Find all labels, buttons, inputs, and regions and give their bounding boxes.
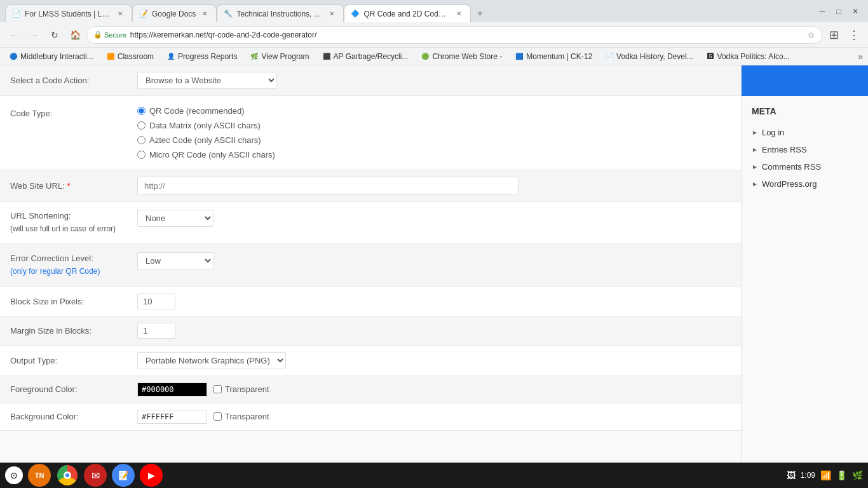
url-shortening-subtitle: (will use full url in case of error) [10, 223, 127, 235]
website-url-input[interactable] [137, 177, 519, 195]
bookmark-apgarbage[interactable]: ⬛ AP Garbage/Recycli... [318, 51, 412, 62]
arrow-entries-icon: ► [752, 146, 758, 153]
bookmark-middlebury[interactable]: 🔵 Middlebury Interacti... [5, 51, 97, 62]
bookmark-icon-viewprogram: 🌿 [250, 52, 259, 61]
background-transparent-label[interactable]: Transparent [214, 412, 269, 421]
taskbar-app-docs[interactable]: 📝 [112, 464, 135, 487]
radio-az-label: Aztec Code (only ASCII chars) [149, 135, 261, 145]
tab-close-qr[interactable]: ✕ [454, 9, 464, 19]
profile-icon[interactable]: 🌿 [852, 470, 863, 480]
radio-az-input[interactable] [137, 136, 146, 144]
radio-qr-input[interactable] [137, 107, 146, 115]
taskbar-app-chrome[interactable] [56, 464, 79, 487]
new-tab-button[interactable]: + [471, 4, 489, 22]
photo-icon[interactable]: 🖼 [787, 470, 796, 480]
tab-qrcode[interactable]: 🔷 QR Code and 2D Code G... ✕ [344, 4, 471, 22]
taskbar-home-button[interactable]: ⊙ [5, 466, 23, 484]
refresh-button[interactable]: ↻ [46, 26, 64, 44]
bookmark-icon-middlebury: 🔵 [9, 52, 18, 61]
bookmark-vodkahistory[interactable]: 📄 Vodka History, Devel... [601, 51, 697, 62]
code-type-control: QR Code (recommended) Data Matrix (only … [137, 106, 731, 159]
bookmark-chromewebstore[interactable]: 🟢 Chrome Web Store - [417, 51, 506, 62]
bookmark-label-middlebury: Middlebury Interacti... [20, 52, 93, 61]
website-url-control [137, 177, 731, 195]
taskbar-apps: TN ✉ 📝 ▶ [28, 464, 782, 487]
select-code-action-dropdown[interactable]: Browse to a Website [137, 72, 277, 89]
bookmark-vodkapolitics[interactable]: 🅶 Vodka Politics: Alco... [702, 51, 794, 62]
tab-close-tech[interactable]: ✕ [327, 9, 337, 19]
margin-size-label: Margin Size in Blocks: [10, 326, 137, 336]
address-bar[interactable]: 🔒 Secure https://keremerkan.net/qr-code-… [86, 26, 822, 44]
margin-size-control [137, 323, 731, 339]
taskbar-app-youtube[interactable]: ▶ [140, 464, 163, 487]
foreground-color-label: Foreground Color: [10, 384, 137, 394]
foreground-transparent-label[interactable]: Transparent [214, 384, 269, 394]
foreground-transparent-checkbox[interactable] [214, 385, 222, 393]
meta-title: META [752, 106, 858, 116]
output-type-control: Portable Network Graphics (PNG) [137, 352, 731, 369]
address-url[interactable]: https://keremerkan.net/qr-code-and-2d-co… [130, 30, 803, 39]
bookmark-momentum[interactable]: 🟦 Momentum | CK-12 [511, 51, 596, 62]
sidebar: META ► Log in ► Entries RSS ► Comments R… [741, 65, 868, 463]
sidebar-item-login[interactable]: ► Log in [752, 124, 858, 141]
radio-aztec-code[interactable]: Aztec Code (only ASCII chars) [137, 135, 731, 145]
radio-data-matrix[interactable]: Data Matrix (only ASCII chars) [137, 121, 731, 130]
background-transparent-checkbox[interactable] [214, 412, 222, 421]
radio-mq-input[interactable] [137, 151, 146, 159]
website-url-label: Web Site URL: * [10, 181, 137, 191]
output-type-dropdown[interactable]: Portable Network Graphics (PNG) [137, 352, 286, 369]
sidebar-item-entries-rss[interactable]: ► Entries RSS [752, 141, 858, 158]
sidebar-entries-label: Entries RSS [762, 145, 807, 154]
error-correction-control: Low [137, 252, 731, 269]
minimize-button[interactable]: ─ [815, 4, 830, 19]
radio-micro-qr[interactable]: Micro QR Code (only ASCII chars) [137, 150, 731, 159]
url-shortening-dropdown[interactable]: None [137, 210, 214, 227]
margin-size-input[interactable] [137, 323, 175, 339]
margin-size-row: Margin Size in Blocks: [0, 316, 741, 346]
bookmark-viewprogram[interactable]: 🌿 View Program [246, 51, 313, 62]
radio-qr-code[interactable]: QR Code (recommended) [137, 106, 731, 116]
back-button[interactable]: ← [5, 26, 23, 44]
bookmark-star-icon[interactable]: ☆ [807, 30, 815, 40]
tab-close-lmss[interactable]: ✕ [115, 9, 125, 19]
block-size-input[interactable] [137, 294, 175, 309]
sidebar-item-comments-rss[interactable]: ► Comments RSS [752, 158, 858, 175]
tab-title-docs: Google Docs [152, 10, 196, 18]
website-url-row: Web Site URL: * [0, 170, 741, 202]
bookmark-label-classroom: Classroom [118, 52, 154, 61]
extensions-button[interactable]: ⊞ [825, 26, 843, 44]
tab-icon-lmss: 📄 [12, 10, 21, 18]
code-type-row: Code Type: QR Code (recommended) Data Ma… [0, 96, 741, 170]
error-correction-dropdown[interactable]: Low [137, 252, 214, 269]
bookmark-icon-classroom: 🟧 [106, 52, 115, 61]
background-transparent-text: Transparent [225, 412, 269, 421]
tab-google-docs[interactable]: 📝 Google Docs ✕ [132, 4, 217, 22]
forward-button[interactable]: → [25, 26, 43, 44]
foreground-color-row: Foreground Color: #000000 Transparent [0, 376, 741, 403]
background-color-display[interactable]: #FFFFFF [137, 410, 207, 424]
close-button[interactable]: ✕ [848, 4, 863, 19]
taskbar-app-gmail[interactable]: ✉ [84, 464, 107, 487]
foreground-color-control: #000000 Transparent [137, 383, 731, 396]
sidebar-item-wordpress[interactable]: ► WordPress.org [752, 175, 858, 193]
taskbar-left: ⊙ [5, 466, 23, 484]
lock-icon: 🔒 [93, 30, 102, 39]
tab-close-docs[interactable]: ✕ [200, 9, 210, 19]
browser-window: 📄 For LMSS Students | La... ✕ 📝 Google D… [0, 0, 868, 488]
bookmark-classroom[interactable]: 🟧 Classroom [102, 51, 158, 62]
home-button[interactable]: 🏠 [66, 26, 84, 44]
bookmark-progress[interactable]: 👤 Progress Reports [163, 51, 241, 62]
maximize-button[interactable]: □ [831, 4, 846, 19]
secure-badge: 🔒 Secure [93, 30, 126, 39]
radio-qr-label: QR Code (recommended) [149, 106, 245, 116]
tab-technical[interactable]: 🔧 Technical Instructions, R... ✕ [217, 4, 344, 22]
foreground-color-display[interactable]: #000000 [137, 383, 207, 396]
bookmarks-more-button[interactable]: » [858, 51, 863, 62]
chrome-menu-button[interactable]: ⋮ [845, 26, 863, 44]
taskbar-app-testnav[interactable]: TN [28, 464, 51, 487]
gmail-icon: ✉ [92, 470, 100, 482]
sidebar-login-label: Log in [762, 128, 784, 137]
tab-lmss[interactable]: 📄 For LMSS Students | La... ✕ [5, 4, 132, 22]
radio-dm-input[interactable] [137, 121, 146, 130]
bookmark-icon-momentum: 🟦 [515, 52, 524, 61]
